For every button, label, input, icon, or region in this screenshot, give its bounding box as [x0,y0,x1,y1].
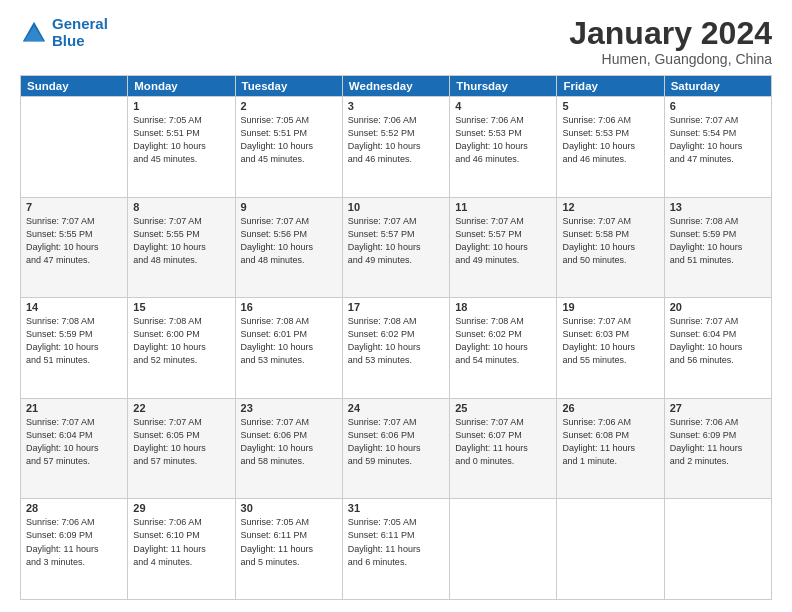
col-monday: Monday [128,76,235,97]
day-info: Sunrise: 7:07 AM Sunset: 6:04 PM Dayligh… [26,416,122,468]
calendar-cell: 9Sunrise: 7:07 AM Sunset: 5:56 PM Daylig… [235,197,342,298]
col-sunday: Sunday [21,76,128,97]
day-number: 26 [562,402,658,414]
calendar-cell: 4Sunrise: 7:06 AM Sunset: 5:53 PM Daylig… [450,97,557,198]
day-number: 4 [455,100,551,112]
calendar-cell: 20Sunrise: 7:07 AM Sunset: 6:04 PM Dayli… [664,298,771,399]
day-info: Sunrise: 7:06 AM Sunset: 5:53 PM Dayligh… [562,114,658,166]
col-friday: Friday [557,76,664,97]
day-number: 6 [670,100,766,112]
calendar-cell: 7Sunrise: 7:07 AM Sunset: 5:55 PM Daylig… [21,197,128,298]
day-number: 20 [670,301,766,313]
calendar-cell: 28Sunrise: 7:06 AM Sunset: 6:09 PM Dayli… [21,499,128,600]
day-number: 3 [348,100,444,112]
day-number: 27 [670,402,766,414]
calendar-cell: 16Sunrise: 7:08 AM Sunset: 6:01 PM Dayli… [235,298,342,399]
day-number: 21 [26,402,122,414]
day-number: 16 [241,301,337,313]
calendar-cell: 25Sunrise: 7:07 AM Sunset: 6:07 PM Dayli… [450,398,557,499]
day-info: Sunrise: 7:06 AM Sunset: 6:09 PM Dayligh… [26,516,122,568]
col-wednesday: Wednesday [342,76,449,97]
day-info: Sunrise: 7:07 AM Sunset: 5:56 PM Dayligh… [241,215,337,267]
calendar-cell [450,499,557,600]
calendar-cell: 30Sunrise: 7:05 AM Sunset: 6:11 PM Dayli… [235,499,342,600]
day-number: 25 [455,402,551,414]
day-number: 1 [133,100,229,112]
col-tuesday: Tuesday [235,76,342,97]
calendar-week-1: 1Sunrise: 7:05 AM Sunset: 5:51 PM Daylig… [21,97,772,198]
day-info: Sunrise: 7:07 AM Sunset: 5:57 PM Dayligh… [455,215,551,267]
day-info: Sunrise: 7:08 AM Sunset: 6:02 PM Dayligh… [455,315,551,367]
day-number: 29 [133,502,229,514]
page: General Blue January 2024 Humen, Guangdo… [0,0,792,612]
calendar-cell: 18Sunrise: 7:08 AM Sunset: 6:02 PM Dayli… [450,298,557,399]
calendar-cell: 27Sunrise: 7:06 AM Sunset: 6:09 PM Dayli… [664,398,771,499]
day-number: 17 [348,301,444,313]
calendar-cell: 14Sunrise: 7:08 AM Sunset: 5:59 PM Dayli… [21,298,128,399]
calendar-table: Sunday Monday Tuesday Wednesday Thursday… [20,75,772,600]
day-number: 19 [562,301,658,313]
calendar-week-2: 7Sunrise: 7:07 AM Sunset: 5:55 PM Daylig… [21,197,772,298]
day-info: Sunrise: 7:08 AM Sunset: 6:02 PM Dayligh… [348,315,444,367]
calendar-cell: 29Sunrise: 7:06 AM Sunset: 6:10 PM Dayli… [128,499,235,600]
day-info: Sunrise: 7:07 AM Sunset: 5:58 PM Dayligh… [562,215,658,267]
day-number: 10 [348,201,444,213]
logo: General Blue [20,16,108,49]
day-number: 23 [241,402,337,414]
calendar-cell: 21Sunrise: 7:07 AM Sunset: 6:04 PM Dayli… [21,398,128,499]
day-info: Sunrise: 7:06 AM Sunset: 5:52 PM Dayligh… [348,114,444,166]
day-number: 12 [562,201,658,213]
svg-marker-1 [24,26,44,41]
day-number: 13 [670,201,766,213]
calendar-cell: 5Sunrise: 7:06 AM Sunset: 5:53 PM Daylig… [557,97,664,198]
col-thursday: Thursday [450,76,557,97]
day-number: 24 [348,402,444,414]
calendar-week-5: 28Sunrise: 7:06 AM Sunset: 6:09 PM Dayli… [21,499,772,600]
day-number: 30 [241,502,337,514]
day-number: 7 [26,201,122,213]
day-info: Sunrise: 7:08 AM Sunset: 6:01 PM Dayligh… [241,315,337,367]
day-info: Sunrise: 7:08 AM Sunset: 5:59 PM Dayligh… [670,215,766,267]
day-number: 8 [133,201,229,213]
title-block: January 2024 Humen, Guangdong, China [569,16,772,67]
calendar-cell: 22Sunrise: 7:07 AM Sunset: 6:05 PM Dayli… [128,398,235,499]
day-info: Sunrise: 7:06 AM Sunset: 6:09 PM Dayligh… [670,416,766,468]
day-info: Sunrise: 7:07 AM Sunset: 5:55 PM Dayligh… [133,215,229,267]
month-title: January 2024 [569,16,772,51]
day-info: Sunrise: 7:06 AM Sunset: 6:08 PM Dayligh… [562,416,658,468]
location-subtitle: Humen, Guangdong, China [569,51,772,67]
calendar-cell [557,499,664,600]
day-info: Sunrise: 7:07 AM Sunset: 5:57 PM Dayligh… [348,215,444,267]
calendar-cell: 6Sunrise: 7:07 AM Sunset: 5:54 PM Daylig… [664,97,771,198]
day-number: 11 [455,201,551,213]
day-info: Sunrise: 7:07 AM Sunset: 5:55 PM Dayligh… [26,215,122,267]
day-number: 15 [133,301,229,313]
calendar-week-4: 21Sunrise: 7:07 AM Sunset: 6:04 PM Dayli… [21,398,772,499]
day-number: 31 [348,502,444,514]
day-info: Sunrise: 7:07 AM Sunset: 5:54 PM Dayligh… [670,114,766,166]
day-info: Sunrise: 7:07 AM Sunset: 6:05 PM Dayligh… [133,416,229,468]
calendar-week-3: 14Sunrise: 7:08 AM Sunset: 5:59 PM Dayli… [21,298,772,399]
day-number: 2 [241,100,337,112]
calendar-cell: 8Sunrise: 7:07 AM Sunset: 5:55 PM Daylig… [128,197,235,298]
calendar-cell: 31Sunrise: 7:05 AM Sunset: 6:11 PM Dayli… [342,499,449,600]
day-info: Sunrise: 7:05 AM Sunset: 6:11 PM Dayligh… [348,516,444,568]
calendar-cell: 3Sunrise: 7:06 AM Sunset: 5:52 PM Daylig… [342,97,449,198]
calendar-cell: 1Sunrise: 7:05 AM Sunset: 5:51 PM Daylig… [128,97,235,198]
logo-text: General Blue [52,16,108,49]
day-info: Sunrise: 7:08 AM Sunset: 5:59 PM Dayligh… [26,315,122,367]
day-info: Sunrise: 7:05 AM Sunset: 5:51 PM Dayligh… [133,114,229,166]
day-info: Sunrise: 7:08 AM Sunset: 6:00 PM Dayligh… [133,315,229,367]
calendar-cell: 12Sunrise: 7:07 AM Sunset: 5:58 PM Dayli… [557,197,664,298]
day-info: Sunrise: 7:07 AM Sunset: 6:06 PM Dayligh… [348,416,444,468]
day-info: Sunrise: 7:06 AM Sunset: 5:53 PM Dayligh… [455,114,551,166]
calendar-cell: 15Sunrise: 7:08 AM Sunset: 6:00 PM Dayli… [128,298,235,399]
calendar-cell [664,499,771,600]
calendar-cell: 23Sunrise: 7:07 AM Sunset: 6:06 PM Dayli… [235,398,342,499]
day-info: Sunrise: 7:06 AM Sunset: 6:10 PM Dayligh… [133,516,229,568]
day-number: 18 [455,301,551,313]
calendar-cell: 26Sunrise: 7:06 AM Sunset: 6:08 PM Dayli… [557,398,664,499]
calendar-cell: 19Sunrise: 7:07 AM Sunset: 6:03 PM Dayli… [557,298,664,399]
calendar-cell: 24Sunrise: 7:07 AM Sunset: 6:06 PM Dayli… [342,398,449,499]
day-number: 14 [26,301,122,313]
